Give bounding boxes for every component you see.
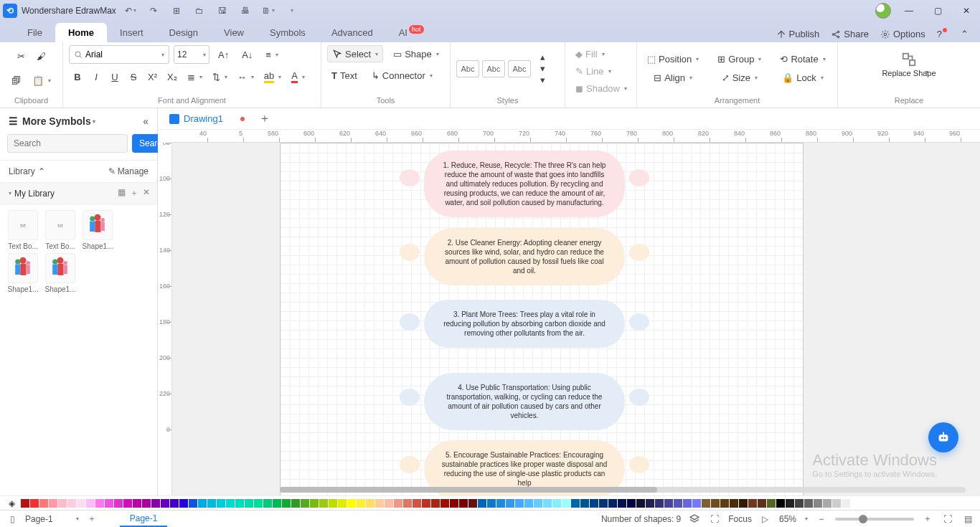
color-swatch[interactable] <box>814 499 822 508</box>
color-swatch[interactable] <box>86 499 95 508</box>
color-swatch[interactable] <box>77 499 85 508</box>
presentation-button[interactable]: ▷ <box>759 513 772 526</box>
color-swatch[interactable] <box>739 499 748 508</box>
color-swatch[interactable] <box>217 499 225 508</box>
properties-panel-button[interactable]: ▤ <box>961 513 974 526</box>
color-swatch[interactable] <box>422 499 430 508</box>
undo-button[interactable]: ↶▾ <box>122 2 139 19</box>
color-swatch[interactable] <box>263 499 272 508</box>
color-swatch[interactable] <box>636 499 645 508</box>
document-tab-drawing1[interactable]: Drawing1 <box>162 110 252 127</box>
print-button[interactable]: 🖶 <box>237 2 254 19</box>
style-preset-1[interactable]: Abc <box>456 60 479 77</box>
color-swatch[interactable] <box>189 499 197 508</box>
highlight-button[interactable]: ab▾ <box>260 68 286 85</box>
mylib-grid-button[interactable]: ▦ <box>118 187 126 199</box>
save-button[interactable]: 🖫 <box>214 2 231 19</box>
copy-button[interactable]: 🗐 <box>7 72 25 90</box>
color-swatch[interactable] <box>683 499 692 508</box>
text-shape-2[interactable]: 2. Use Cleaner Energy: Adopting cleaner … <box>424 228 625 285</box>
color-swatch[interactable] <box>711 499 720 508</box>
color-swatch[interactable] <box>123 499 132 508</box>
format-painter-button[interactable]: 🖌 <box>32 47 50 65</box>
increase-font-button[interactable]: A↑ <box>214 46 233 63</box>
lock-button[interactable]: 🔒 Lock▾ <box>776 70 829 87</box>
color-swatch[interactable] <box>431 499 440 508</box>
drawing-page[interactable]: 1. Reduce, Reuse, Recycle: The three R's… <box>280 143 804 495</box>
color-swatch[interactable] <box>655 499 664 508</box>
styles-expand[interactable]: ▾ <box>534 75 551 85</box>
tab-symbols[interactable]: Symbols <box>257 23 319 42</box>
mylib-close-button[interactable]: ✕ <box>143 187 150 199</box>
color-swatch[interactable] <box>21 499 29 508</box>
text-shape-4[interactable]: 4. Use Public Transportation: Using publ… <box>424 373 625 430</box>
underline-button[interactable]: U <box>106 68 123 85</box>
text-shape-3[interactable]: 3. Plant More Trees: Trees play a vital … <box>424 300 625 348</box>
color-swatch[interactable] <box>534 499 542 508</box>
font-family-select[interactable]: ▾ <box>69 45 169 64</box>
color-swatch[interactable] <box>804 499 813 508</box>
layers-button[interactable] <box>688 513 701 526</box>
export-button[interactable]: 🗎▾ <box>260 2 277 19</box>
assistant-fab-button[interactable] <box>928 422 958 452</box>
align-button[interactable]: ⊟ Align▾ <box>643 70 703 87</box>
color-swatch[interactable] <box>562 499 570 508</box>
color-swatch[interactable] <box>496 499 505 508</box>
my-library-label[interactable]: My Library <box>14 189 55 199</box>
color-swatch[interactable] <box>310 499 319 508</box>
color-swatch[interactable] <box>338 499 347 508</box>
connector-tool-button[interactable]: ↳ Connector▾ <box>367 67 437 84</box>
manage-library-button[interactable]: ✎ Manage <box>108 166 149 176</box>
tab-view[interactable]: View <box>211 23 257 42</box>
shape-cell-text-box-2[interactable]: txtText Bo... <box>43 210 77 250</box>
rotate-button[interactable]: ⟲ Rotate▾ <box>776 51 829 68</box>
color-swatch[interactable] <box>151 499 160 508</box>
replace-shape-button[interactable]: Replace Shape ▾ <box>875 49 943 88</box>
line-spacing-button[interactable]: ⇅▾ <box>208 68 232 85</box>
bullets-button[interactable]: ≣▾ <box>183 68 207 85</box>
color-swatch[interactable] <box>580 499 589 508</box>
style-preset-3[interactable]: Abc <box>508 60 531 77</box>
color-swatch[interactable] <box>506 499 514 508</box>
color-swatch[interactable] <box>552 499 561 508</box>
color-swatch[interactable] <box>347 499 356 508</box>
color-swatch[interactable] <box>776 499 785 508</box>
color-swatch[interactable] <box>851 499 859 508</box>
letter-spacing-button[interactable]: ↔▾ <box>233 68 258 85</box>
color-swatch[interactable] <box>403 499 412 508</box>
position-button[interactable]: ⬚ Position▾ <box>643 51 703 68</box>
color-swatch[interactable] <box>758 499 766 508</box>
color-swatch[interactable] <box>329 499 337 508</box>
text-align-button[interactable]: ≡▾ <box>261 46 283 63</box>
color-swatch[interactable] <box>440 499 449 508</box>
color-swatch[interactable] <box>748 499 757 508</box>
redo-button[interactable]: ↷ <box>145 2 162 19</box>
color-swatch[interactable] <box>450 499 458 508</box>
mylib-add-button[interactable]: ＋ <box>130 187 138 199</box>
paste-button[interactable]: 📋▾ <box>28 72 55 90</box>
tab-insert[interactable]: Insert <box>107 23 156 42</box>
collapse-panel-button[interactable]: « <box>143 115 149 127</box>
horizontal-scrollbar[interactable] <box>280 487 966 493</box>
color-swatch[interactable] <box>179 499 188 508</box>
color-swatch[interactable] <box>282 499 291 508</box>
fit-page-button[interactable]: ⛶ <box>941 513 954 526</box>
shape-cell-family-2[interactable]: Shape1... <box>6 253 40 293</box>
color-swatch[interactable] <box>67 499 76 508</box>
add-document-button[interactable]: ＋ <box>256 110 273 128</box>
color-swatch[interactable] <box>478 499 486 508</box>
tab-file[interactable]: File <box>14 23 55 42</box>
color-swatch[interactable] <box>105 499 113 508</box>
decrease-font-button[interactable]: A↓ <box>237 46 257 63</box>
new-button[interactable]: ⊞ <box>168 2 185 19</box>
shape-cell-family-3[interactable]: Shape1... <box>43 253 77 293</box>
color-swatch[interactable] <box>664 499 673 508</box>
color-swatch[interactable] <box>273 499 281 508</box>
color-swatch[interactable] <box>515 499 524 508</box>
add-page-button[interactable]: ＋ <box>85 513 98 526</box>
options-button[interactable]: Options <box>876 26 930 42</box>
user-avatar[interactable] <box>875 3 891 19</box>
tab-ai[interactable]: AIhot <box>386 23 437 42</box>
color-swatch[interactable] <box>114 499 123 508</box>
color-swatch[interactable] <box>487 499 496 508</box>
